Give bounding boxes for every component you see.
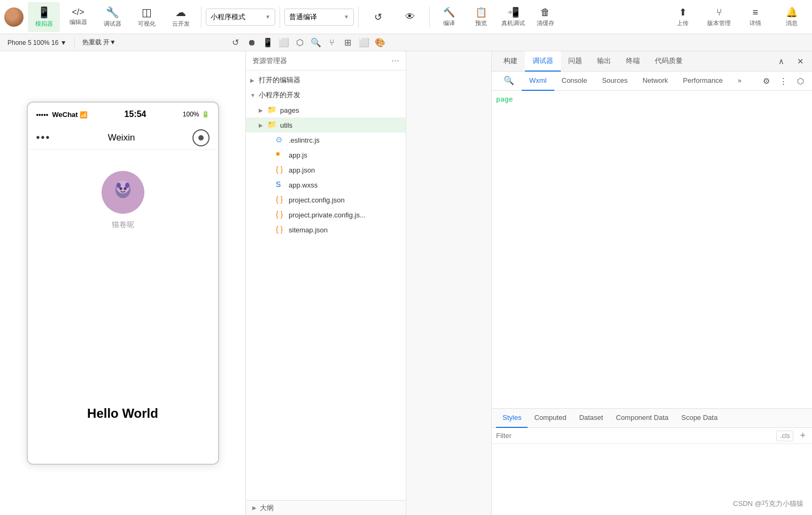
debugger-button[interactable]: 🔧 调试器 (96, 2, 128, 32)
branch-icon[interactable]: ⑂ (324, 35, 339, 50)
tab-quality[interactable]: 代码质量 (647, 51, 690, 72)
real-device-button[interactable]: 📲 真机调试 (498, 2, 528, 32)
nav-camera-icon[interactable] (192, 129, 210, 146)
theme-icon[interactable]: 🎨 (373, 35, 388, 50)
tree-projectconfig[interactable]: { } project.config.json (246, 192, 406, 207)
compile-dropdown[interactable]: 普通编译 ▼ (284, 9, 354, 26)
styles-tab-styles[interactable]: Styles (496, 409, 528, 428)
collapse-button[interactable]: ∧ (774, 54, 788, 69)
tree-appjson[interactable]: { } app.json (246, 162, 406, 177)
phone-status-bar: ••••• WeChat 📶 15:54 100% 🔋 (28, 103, 218, 126)
nav-dots[interactable]: ••• (36, 131, 51, 144)
editor-button[interactable]: </> 编辑器 (62, 2, 94, 32)
outline-bar[interactable]: ▶ 大纲 (246, 500, 406, 515)
tree-miniapp-dev[interactable]: ▼ 小程序的开发 (246, 88, 406, 103)
tree-pages-folder[interactable]: ▶ 📁 pages (246, 103, 406, 118)
eye-button[interactable]: 👁 (395, 2, 425, 32)
separator-4 (429, 6, 430, 28)
simulator-icons: ↺ ⏺ 📱 ⬜ ⬡ 🔍 ⑂ ⊞ ⬜ 🎨 (228, 35, 388, 50)
cls-button[interactable]: .cls (776, 431, 793, 441)
svg-point-3 (117, 183, 121, 188)
file-tree: ▶ 打开的编辑器 ▼ 小程序的开发 ▶ 📁 pages ▶ 📁 utils (246, 71, 406, 500)
mode-label: 小程序模式 (211, 12, 245, 22)
close-devtools-button[interactable]: ✕ (793, 54, 808, 69)
version-button[interactable]: ⑂ 版本管理 (703, 2, 735, 32)
tab-build[interactable]: 构建 (496, 51, 525, 72)
devtools-header-controls: ∧ ✕ (774, 54, 808, 69)
phone-icon[interactable]: 📱 (260, 35, 275, 50)
real-device-icon: 📲 (507, 6, 519, 18)
detail-button[interactable]: ≡ 详情 (739, 2, 771, 32)
visual-button[interactable]: ◫ 可视化 (130, 2, 163, 32)
hot-reload-toggle[interactable]: 热重载 开▼ (79, 37, 119, 48)
file-header-menu-icon[interactable]: ··· (391, 55, 399, 66)
clear-cache-button[interactable]: 🗑 清缓存 (530, 2, 560, 32)
tree-sitemap[interactable]: { } sitemap.json (246, 222, 406, 237)
subtab-wxml-inspect[interactable]: 🔍 (496, 72, 522, 91)
appjson-label: app.json (289, 166, 315, 174)
subtab-performance[interactable]: Performance (676, 72, 730, 91)
tree-utils-folder[interactable]: ▶ 📁 utils (246, 118, 406, 132)
notification-button[interactable]: 🔔 消息 (776, 2, 808, 32)
tree-appjs[interactable]: ■ app.js (246, 147, 406, 162)
mode-dropdown[interactable]: 小程序模式 ▼ (206, 9, 275, 26)
tab-build-label: 构建 (504, 56, 517, 66)
styles-filter-input[interactable] (496, 432, 772, 440)
editor-icon: </> (72, 7, 84, 17)
layout-icon[interactable]: ⬜ (357, 35, 372, 50)
subtab-console[interactable]: Console (554, 72, 595, 91)
watermark: CSDN @巧克力小猫猿 (733, 499, 803, 509)
battery-icon: 🔋 (202, 111, 210, 118)
device-selector[interactable]: Phone 5 100% 16 ▼ (4, 38, 70, 48)
subtab-more[interactable]: » (730, 72, 749, 91)
wxml-page-element[interactable]: page (496, 95, 513, 103)
tree-open-editors[interactable]: ▶ 打开的编辑器 (246, 73, 406, 88)
notification-icon: 🔔 (786, 6, 798, 18)
camera-inner (198, 135, 204, 141)
refresh-button[interactable]: ↺ (363, 2, 393, 32)
stop-icon[interactable]: ⏺ (244, 35, 259, 50)
chevron-down-icon: ▼ (250, 92, 259, 98)
simulator-button[interactable]: 📱 模拟器 (28, 2, 60, 32)
styles-tabs: Styles Computed Dataset Component Data S… (492, 409, 812, 428)
projectprivate-label: project.private.config.js... (289, 211, 366, 219)
visual-icon: ◫ (142, 6, 152, 19)
devtools-more-icon[interactable]: ⋮ (776, 74, 791, 89)
cloud-button[interactable]: ☁ 云开发 (165, 2, 197, 32)
upload-button[interactable]: ⬆ 上传 (667, 2, 699, 32)
svg-point-4 (125, 183, 129, 188)
compile-btn-label: 编译 (443, 19, 455, 27)
styles-tab-computed[interactable]: Computed (528, 409, 573, 428)
search-small-icon[interactable]: 🔍 (308, 35, 323, 50)
tree-appwxss[interactable]: S app.wxss (246, 177, 406, 192)
styles-tab-component-data[interactable]: Component Data (609, 409, 675, 428)
tab-output[interactable]: 输出 (590, 51, 618, 72)
appwxss-icon: S (276, 180, 285, 190)
share-icon[interactable]: ⬡ (292, 35, 307, 50)
devtools-dock-icon[interactable]: ⬡ (793, 74, 808, 89)
styles-tab-scope-data[interactable]: Scope Data (675, 409, 724, 428)
add-style-button[interactable]: + (798, 430, 808, 441)
avatar-svg (102, 171, 144, 214)
compile-icon: 🔨 (443, 6, 455, 18)
compile-button[interactable]: 🔨 编译 (434, 2, 464, 32)
tab-terminal[interactable]: 终端 (618, 51, 647, 72)
eslintrc-icon: ⊙ (276, 135, 285, 145)
tab-debugger[interactable]: 调试器 (525, 51, 561, 72)
tree-projectprivate[interactable]: { } project.private.config.js... (246, 207, 406, 222)
back-icon[interactable]: ↺ (228, 35, 243, 50)
top-toolbar: 📱 模拟器 </> 编辑器 🔧 调试器 ◫ 可视化 ☁ 云开发 小程序模式 ▼ … (0, 0, 812, 34)
subtab-network[interactable]: Network (635, 72, 676, 91)
preview-button[interactable]: 📋 预览 (466, 2, 496, 32)
devtools-settings-icon[interactable]: ⚙ (759, 74, 774, 89)
avatar (4, 7, 24, 27)
styles-tab-dataset[interactable]: Dataset (573, 409, 609, 428)
tab-issues[interactable]: 问题 (561, 51, 590, 72)
screen-icon[interactable]: ⬜ (276, 35, 291, 50)
grid-icon[interactable]: ⊞ (341, 35, 355, 50)
subtab-sources[interactable]: Sources (594, 72, 635, 91)
subtab-wxml[interactable]: Wxml (522, 72, 554, 91)
tree-eslintrc[interactable]: ⊙ .eslintrc.js (246, 132, 406, 147)
svg-point-6 (123, 188, 126, 190)
outline-chevron-icon: ▶ (252, 505, 257, 511)
